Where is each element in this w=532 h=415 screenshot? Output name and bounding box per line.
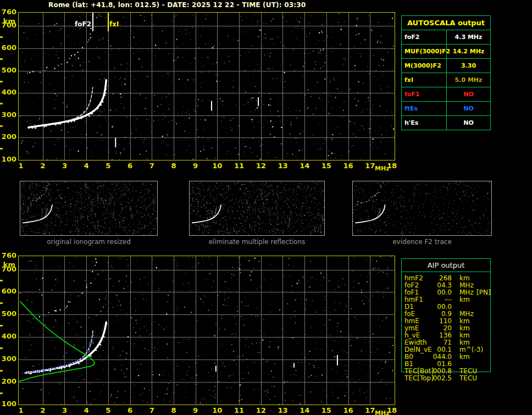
y-tick-label: 200 <box>0 133 16 141</box>
x-tick-label: 7 <box>145 162 159 170</box>
y-axis-minor-tick <box>0 280 3 281</box>
y-axis-minor-tick <box>0 103 3 104</box>
y-tick-label: 500 <box>0 67 16 74</box>
row-value: 5.0 MHz <box>447 73 490 87</box>
main-ionogram-canvas <box>19 13 395 160</box>
y-tick-label: 200 <box>0 378 16 385</box>
fxi-marker-label: fxI <box>109 21 119 28</box>
x-tick-label: 11 <box>232 407 246 414</box>
row-label: fxI <box>402 73 447 87</box>
y-tick-label: 600 <box>0 287 16 295</box>
y-axis-minor-tick <box>0 81 3 82</box>
x-tick-label: 1 <box>14 407 28 414</box>
table-row: h'EsNO <box>402 116 490 130</box>
station-date-title: Rome (lat: +41.8, lon: 012.5) - DATE: 20… <box>48 1 306 9</box>
y-axis-minor-tick <box>0 392 3 394</box>
x-tick-label: 9 <box>189 407 203 414</box>
x-tick-label: 4 <box>79 162 93 170</box>
x-tick-label: 10 <box>210 162 224 170</box>
thumbnail-caption: original ionogram resized <box>20 238 158 246</box>
main-ionogram-plot: foF2 fxI <box>18 12 395 161</box>
aip-parameter-value: 002.5 <box>421 375 452 382</box>
x-tick-label: 5 <box>101 162 115 170</box>
row-label: ftEs <box>402 102 447 115</box>
y-tick-label: 300 <box>0 111 16 119</box>
y-tick-label: 500 <box>0 310 16 318</box>
thumbnail-no-multiples-canvas <box>190 181 324 235</box>
row-label: M(3000)F2 <box>402 59 447 73</box>
x-axis-unit-label: MHz <box>375 410 390 415</box>
profile-ionogram-plot <box>18 256 395 405</box>
aip-parameter-flag: [PN] <box>476 289 491 296</box>
row-value: NO <box>447 116 490 130</box>
x-tick-label: 11 <box>232 162 246 170</box>
y-axis-unit-label: km <box>0 261 15 269</box>
row-label: MUF(3000)F2 <box>402 45 447 58</box>
table-row: foF24.3 MHz <box>402 30 490 45</box>
autoscala-output-title: AUTOSCALA output <box>402 16 490 30</box>
y-axis-unit-label: km <box>0 18 15 25</box>
x-tick-label: 6 <box>123 407 137 414</box>
y-axis-minor-tick <box>0 370 3 372</box>
thumbnail-original-ionogram <box>20 181 158 236</box>
x-axis-unit-label: MHz <box>375 165 390 172</box>
profile-ionogram-canvas <box>19 256 395 405</box>
x-tick-label: 4 <box>79 407 93 414</box>
row-value: 3.30 <box>447 59 490 73</box>
x-tick-label: 3 <box>57 162 71 170</box>
x-tick-label: 6 <box>123 162 137 170</box>
x-tick-label: 2 <box>36 407 50 414</box>
aip-parameter-unit: TECU <box>459 375 477 382</box>
y-axis-minor-tick <box>0 302 3 304</box>
y-tick-label: 400 <box>0 333 16 340</box>
row-label: foF1 <box>402 87 447 101</box>
y-axis-minor-tick <box>0 148 3 150</box>
x-tick-label: 12 <box>254 407 268 414</box>
y-tick-label: 400 <box>0 88 16 96</box>
y-tick-label: 760 <box>0 252 16 259</box>
thumbnail-evidence-f2-trace <box>352 181 492 236</box>
x-tick-label: 8 <box>167 162 181 170</box>
y-axis-minor-tick <box>0 125 3 127</box>
x-tick-label: 10 <box>210 407 224 414</box>
table-row: fxI5.0 MHz <box>402 73 490 87</box>
x-tick-label: 2 <box>36 162 50 170</box>
x-tick-label: 12 <box>254 162 268 170</box>
thumbnail-no-multiple-reflections <box>189 181 325 236</box>
y-axis-minor-tick <box>0 347 3 349</box>
thumbnail-caption: evidence F2 trace <box>352 238 492 246</box>
autoscala-output-table: AUTOSCALA output foF24.3 MHzMUF(3000)F21… <box>401 15 491 130</box>
x-tick-label: 15 <box>319 407 334 414</box>
table-row: M(3000)F23.30 <box>402 59 490 73</box>
autoscala-window: Rome (lat: +41.8, lon: 012.5) - DATE: 20… <box>0 0 532 415</box>
row-value: 14.2 MHz <box>447 45 490 58</box>
x-tick-label: 16 <box>341 162 356 170</box>
x-tick-label: 7 <box>145 407 159 414</box>
x-tick-label: 3 <box>57 407 71 414</box>
x-tick-label: 16 <box>341 407 356 414</box>
table-row: MUF(3000)F214.2 MHz <box>402 45 490 59</box>
thumbnail-caption: eliminate multiple reflections <box>189 238 325 246</box>
x-tick-label: 9 <box>189 162 203 170</box>
y-axis-minor-tick <box>0 325 3 327</box>
x-tick-label: 1 <box>14 162 28 170</box>
thumbnail-f2-trace-canvas <box>353 181 491 235</box>
table-row: foF1NO <box>402 87 490 102</box>
y-tick-label: 760 <box>0 8 16 16</box>
row-label: foF2 <box>402 30 447 44</box>
aip-row: TEC[Top]002.5TECU <box>404 375 495 382</box>
table-row: ftEsNO <box>402 102 490 116</box>
x-tick-label: 13 <box>275 407 290 414</box>
thumbnail-original-canvas <box>20 181 157 235</box>
autoscala-output-rows: foF24.3 MHzMUF(3000)F214.2 MHzM(3000)F23… <box>402 30 490 130</box>
aip-parameter-unit: km <box>459 296 470 303</box>
y-tick-label: 600 <box>0 44 16 52</box>
x-tick-label: 13 <box>275 162 290 170</box>
x-tick-label: 14 <box>297 162 312 170</box>
fof2-marker-label: foF2 <box>70 21 91 28</box>
y-axis-minor-tick <box>0 36 3 38</box>
y-axis-minor-tick <box>0 58 3 60</box>
x-tick-label: 14 <box>297 407 312 414</box>
y-tick-label: 300 <box>0 355 16 363</box>
row-label: h'Es <box>402 116 447 130</box>
